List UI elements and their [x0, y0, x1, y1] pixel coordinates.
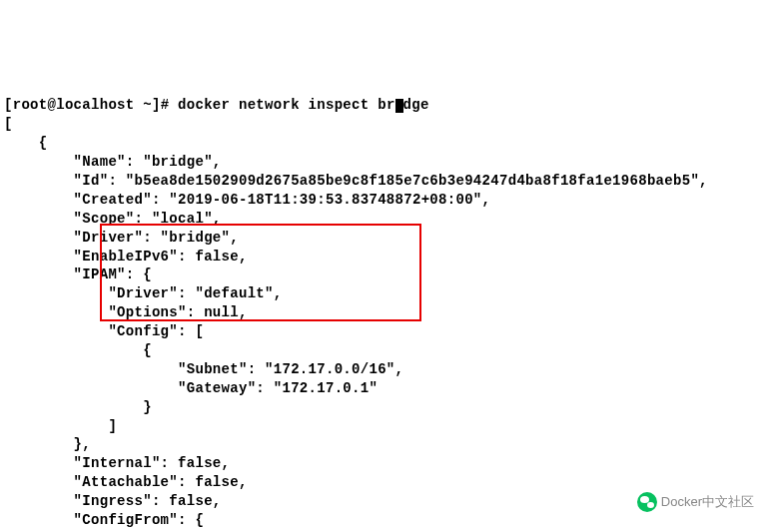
command-text: docker network inspect br — [178, 97, 395, 113]
watermark-text: Docker中文社区 — [661, 493, 754, 511]
ingress-value: "Ingress": false, — [4, 493, 222, 509]
config-open: "Config": [ — [4, 323, 204, 339]
command-rest: dge — [403, 97, 429, 113]
cwd: ~ — [143, 97, 152, 113]
network-created: "Created": "2019-06-18T11:39:53.83748872… — [4, 192, 490, 208]
network-name: "Name": "bridge", — [4, 154, 222, 170]
config-close: ] — [4, 418, 117, 434]
attachable-value: "Attachable": false, — [4, 474, 248, 490]
ipam-driver: "Driver": "default", — [4, 285, 282, 301]
subnet-value: "Subnet": "172.17.0.0/16", — [4, 361, 403, 377]
ipam-open: "IPAM": { — [4, 266, 152, 282]
json-open-bracket: [ — [4, 116, 13, 132]
user-host: root@localhost — [13, 97, 135, 113]
command-prompt-line: [root@localhost ~]# docker network inspe… — [4, 97, 429, 113]
json-open-brace: { — [4, 135, 48, 151]
internal-value: "Internal": false, — [4, 455, 230, 471]
configfrom-open: "ConfigFrom": { — [4, 512, 204, 528]
config-brace-open: { — [4, 342, 152, 358]
gateway-value: "Gateway": "172.17.0.1" — [4, 380, 378, 396]
config-brace-close: } — [4, 399, 152, 415]
cursor-icon — [395, 99, 403, 113]
network-id: "Id": "b5ea8de1502909d2675a85be9c8f185e7… — [4, 173, 708, 189]
network-scope: "Scope": "local", — [4, 211, 222, 227]
ipam-close: }, — [4, 436, 91, 452]
ipam-options: "Options": null, — [4, 304, 248, 320]
network-enableipv6: "EnableIPv6": false, — [4, 249, 248, 265]
wechat-icon — [637, 492, 657, 512]
terminal-output: [root@localhost ~]# docker network inspe… — [4, 78, 762, 532]
network-driver: "Driver": "bridge", — [4, 230, 239, 246]
watermark: Docker中文社区 — [637, 492, 754, 512]
